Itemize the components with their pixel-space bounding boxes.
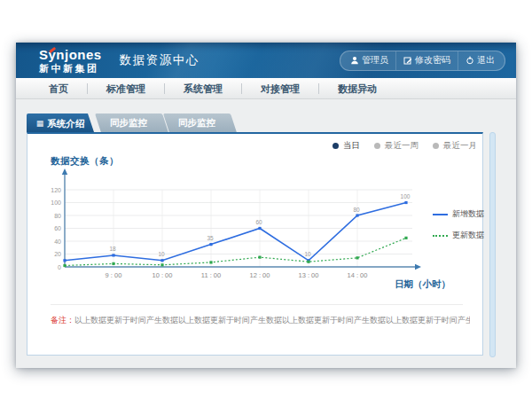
svg-text:35: 35 — [207, 235, 214, 241]
svg-text:80: 80 — [54, 213, 61, 219]
user-menu: 管理员 修改密码 退出 — [340, 51, 505, 71]
footnote-label: 备注： — [51, 316, 74, 325]
app-header: Synjones 新中新集团 数据资源中心 管理员 修改密码 — [16, 43, 516, 78]
tab-sync-monitor-2[interactable]: 同步监控 — [163, 113, 231, 132]
tab-sync-monitor-1[interactable]: 同步监控 — [95, 113, 162, 132]
tab-sync-monitor-2-label: 同步监控 — [178, 113, 215, 132]
x-axis-title: 日期（小时） — [395, 278, 450, 291]
tab-bar: ▦ 系统介绍 同步监控 同步监控 — [27, 113, 231, 132]
svg-text:100: 100 — [401, 193, 411, 200]
period-today-label: 当日 — [343, 140, 360, 152]
svg-text:20: 20 — [54, 251, 61, 257]
chart-card: 当日 最近一周 最近一月 数据交换（条） 0204060801001209 : … — [27, 132, 483, 356]
radio-dot-icon — [374, 143, 380, 149]
logo-subtitle: 新中新集团 — [39, 64, 102, 74]
user-icon — [350, 56, 359, 65]
tab-system-intro[interactable]: ▦ 系统介绍 — [27, 113, 94, 132]
app-window: Synjones 新中新集团 数据资源中心 管理员 修改密码 — [16, 43, 516, 368]
vertical-scrollbar[interactable] — [489, 132, 496, 357]
change-password-button[interactable]: 修改密码 — [395, 51, 458, 70]
content-area: ▦ 系统介绍 同步监控 同步监控 当日 最近一周 — [16, 99, 516, 369]
svg-text:12 : 00: 12 : 00 — [250, 271, 270, 279]
note-divider — [51, 304, 463, 305]
logo: Synjones 新中新集团 — [39, 48, 102, 74]
svg-text:10 : 00: 10 : 00 — [153, 271, 173, 279]
change-password-label: 修改密码 — [415, 54, 450, 66]
svg-text:40: 40 — [54, 239, 61, 245]
page-title: 数据资源中心 — [120, 52, 200, 68]
period-last-week-radio[interactable]: 最近一周 — [374, 140, 419, 152]
main-nav: 首页 标准管理 系统管理 对接管理 数据异动 — [16, 78, 516, 99]
admin-user-button[interactable]: 管理员 — [343, 51, 395, 70]
logout-button[interactable]: 退出 — [458, 51, 502, 70]
line-chart: 0204060801001209 : 0010 : 0011 : 0012 : … — [51, 168, 432, 287]
svg-text:14 : 00: 14 : 00 — [348, 271, 368, 279]
admin-user-label: 管理员 — [362, 54, 388, 66]
logo-name: Synjones — [39, 48, 102, 61]
svg-text:18: 18 — [109, 246, 116, 252]
legend-updated-data[interactable]: 更新数据 — [433, 230, 484, 241]
svg-text:10: 10 — [304, 251, 311, 257]
svg-text:60: 60 — [54, 225, 61, 231]
svg-text:120: 120 — [51, 187, 61, 193]
svg-text:0: 0 — [58, 264, 61, 270]
period-last-month-label: 最近一月 — [443, 140, 477, 152]
edit-icon — [403, 56, 412, 65]
period-today-radio[interactable]: 当日 — [332, 140, 360, 152]
tab-system-intro-label: 系统介绍 — [47, 114, 84, 133]
svg-text:11 : 00: 11 : 00 — [201, 271, 221, 279]
nav-item-system-mgmt[interactable]: 系统管理 — [164, 83, 241, 94]
dotted-line-swatch-icon — [433, 235, 448, 237]
nav-item-interface-mgmt[interactable]: 对接管理 — [241, 83, 318, 94]
grid-icon: ▦ — [36, 120, 44, 128]
period-selector: 当日 最近一周 最近一月 — [332, 140, 477, 152]
y-axis-title: 数据交换（条） — [51, 155, 119, 168]
footnote-text: 以上数据更新于时间产生数据以上数据更新于时间产生数据以上数据更新于时间产生数据以… — [74, 316, 470, 325]
footnote: 备注：以上数据更新于时间产生数据以上数据更新于时间产生数据以上数据更新于时间产生… — [51, 315, 470, 327]
svg-text:10: 10 — [158, 251, 165, 257]
radio-dot-icon — [433, 143, 439, 149]
nav-item-standard-mgmt[interactable]: 标准管理 — [87, 83, 164, 94]
svg-text:60: 60 — [255, 219, 262, 225]
nav-item-data-change[interactable]: 数据异动 — [318, 83, 395, 94]
period-last-week-label: 最近一周 — [385, 140, 419, 152]
tab-sync-monitor-1-label: 同步监控 — [110, 113, 147, 132]
legend-updated-data-label: 更新数据 — [452, 230, 484, 241]
svg-text:13 : 00: 13 : 00 — [299, 271, 319, 279]
power-icon — [466, 56, 474, 65]
legend-new-data-label: 新增数据 — [452, 208, 484, 220]
legend-new-data[interactable]: 新增数据 — [433, 208, 484, 220]
chart-legend: 新增数据 更新数据 — [433, 208, 484, 241]
solid-line-swatch-icon — [433, 214, 448, 215]
svg-text:80: 80 — [353, 207, 360, 213]
svg-text:9 : 00: 9 : 00 — [106, 271, 122, 279]
period-last-month-radio[interactable]: 最近一月 — [433, 140, 477, 152]
nav-item-home[interactable]: 首页 — [30, 83, 87, 94]
svg-text:100: 100 — [51, 200, 61, 206]
radio-dot-icon — [332, 143, 339, 149]
logout-label: 退出 — [477, 54, 495, 66]
